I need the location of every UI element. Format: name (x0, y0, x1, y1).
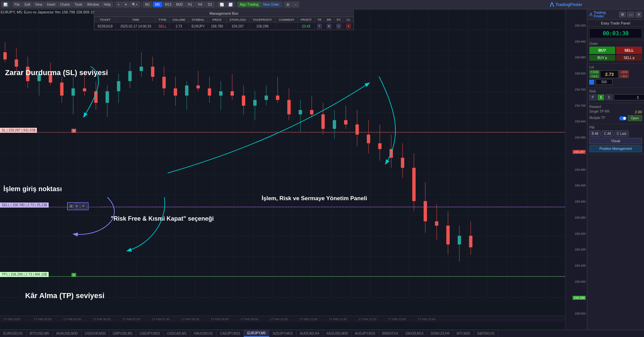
tf-m30[interactable]: M30 (174, 2, 184, 7)
trade-p-btn[interactable]: P (80, 204, 87, 209)
mutiple-tp-toggle[interactable] (619, 116, 627, 120)
zoom-in-btn[interactable]: 🔍+ (130, 2, 140, 7)
tp-x-btn[interactable]: X (71, 273, 76, 277)
indicators-btn[interactable]: 📉 (226, 2, 234, 7)
menu-help[interactable]: Help (102, 2, 113, 7)
line-btn[interactable]: 📈 (218, 2, 226, 7)
lot-inc-001[interactable]: + 0.01 (589, 70, 599, 74)
new-order-btn[interactable]: New Order (261, 2, 281, 7)
new-chart-btn[interactable]: + (116, 2, 122, 7)
tab-gbpusd-m1[interactable]: GBPUSD,M1 (109, 330, 136, 337)
risk-s-btn[interactable]: S (605, 95, 612, 100)
col-symbol: SYMBOL (189, 17, 208, 23)
tab-cadjpy-m15[interactable]: CADJPY,M15 (217, 330, 244, 337)
tab-usdchf-m30[interactable]: USDCHF,M30 (82, 330, 110, 337)
menu-window[interactable]: Window (85, 2, 101, 7)
lot-extra-input[interactable] (596, 79, 612, 85)
visual-btn[interactable]: Visual (589, 138, 642, 144)
cell-stoploss: 159.297 (226, 23, 249, 30)
col-cl: CL (344, 17, 354, 23)
risk-row: P $ S (589, 94, 642, 100)
crosshair-btn[interactable]: ✛ (122, 2, 129, 7)
price-tp-scale: 158.299 (573, 296, 586, 299)
menu-view[interactable]: View (33, 2, 44, 7)
scroll-btn[interactable]: ↔ (292, 2, 299, 7)
single-tp-label: Single TP RR (589, 110, 609, 113)
buy-btn[interactable]: BUY (589, 47, 615, 54)
risk-input[interactable] (614, 94, 644, 100)
tab-dowus-h4[interactable]: DOW.US,H4 (427, 330, 453, 337)
tab-wti-m30[interactable]: WTI,M30 (453, 330, 474, 337)
menu-edit[interactable]: Edit (22, 2, 32, 7)
chart-canvas[interactable] (0, 9, 565, 330)
tab-dax30-m15[interactable]: DAX30,M15 (402, 330, 427, 337)
tab-eurjpy-m5[interactable]: EURJPY,M5 (244, 330, 269, 337)
sell-btn[interactable]: SELL (616, 47, 642, 54)
menu-insert[interactable]: Insert (45, 2, 57, 7)
risk-p-btn[interactable]: P (589, 95, 596, 100)
cell-cl[interactable]: X (344, 23, 354, 30)
tf-logo-text: TradingFinder (555, 2, 582, 7)
reward-section: Reward Single TP RR 2.00 Mutiple TP Open (587, 103, 644, 124)
col-ticket: TICKET (95, 17, 116, 23)
b-all-btn[interactable]: B All (589, 130, 601, 137)
tab-audjpy-m15[interactable]: AUDJPY,M15 (352, 330, 379, 337)
tf-d1[interactable]: D1 (205, 2, 215, 7)
tab-btcusd-m5[interactable]: BTCUSD,M5 (26, 330, 53, 337)
tab-adausd-m30[interactable]: ADAUSD,M30 (53, 330, 82, 337)
lot-dec-001[interactable]: - 0.01 (619, 70, 629, 74)
risk-dollar-btn[interactable]: $ (598, 95, 604, 100)
menu-tools[interactable]: Tools (72, 2, 84, 7)
tab-xagusd-m30[interactable]: XAGUSD,M30 (323, 330, 352, 337)
zoom-fit-btn[interactable]: ⊞ (284, 2, 291, 7)
open-btn[interactable]: Open (628, 115, 642, 121)
tab-nzdjpy-m15[interactable]: NZDJPY,M15 (269, 330, 297, 337)
time-label-10: 17 Feb 11:00 (300, 318, 317, 321)
lot-checkbox[interactable] (589, 80, 594, 85)
mgmt-table: TICKET TIME TYPE VOLUME SYMBOL PRICE STO… (94, 17, 354, 30)
position-management-btn[interactable]: Position Management (589, 145, 642, 152)
pm-label: PM (589, 126, 642, 129)
panel-close-btn[interactable]: ✕ (636, 12, 642, 17)
tab-brent-h1[interactable]: BRENT,H1 (379, 330, 402, 337)
c-last-btn[interactable]: C Last (614, 130, 629, 137)
cell-tr[interactable]: T (315, 23, 324, 30)
panel-minimize-btn[interactable]: — (627, 12, 634, 17)
cell-br[interactable]: B (324, 23, 334, 30)
lot-input[interactable] (600, 70, 619, 78)
price-159460: 159.460 (575, 168, 586, 171)
panel-settings-btn[interactable]: ⚙ (619, 12, 626, 17)
tf-h4[interactable]: H4 (195, 2, 205, 7)
sell-p-btn[interactable]: SELL p (616, 55, 642, 61)
tf-m15[interactable]: M15 (163, 2, 173, 7)
tf-h1[interactable]: H1 (185, 2, 195, 7)
lot-inc-01[interactable]: + 0.1 (589, 74, 599, 78)
tf-m1[interactable]: M1 (143, 2, 152, 7)
c-all-btn[interactable]: C All (602, 130, 613, 137)
tab-usdjpy-m15[interactable]: USDJPY,M15 (136, 330, 163, 337)
tf-m5[interactable]: M5 (153, 2, 162, 7)
algo-trading-btn[interactable]: Algo Trading (237, 2, 260, 7)
tab-eurusd-h1[interactable]: EURUSD,H1 (0, 330, 26, 337)
cell-pc[interactable]: C (334, 23, 343, 30)
time-label-2: 17 Feb 05:40 (63, 318, 81, 321)
trade-b-btn[interactable]: B (74, 204, 80, 209)
chart-area[interactable]: EURJPY, M5: Euro vs Japanese Yen 158.798… (0, 9, 565, 330)
main-area: EURJPY, M5: Euro vs Japanese Yen 158.798… (0, 9, 644, 330)
tab-sp500-h1[interactable]: S&P500,H1 (474, 330, 498, 337)
menu-charts[interactable]: Charts (58, 2, 72, 7)
table-row: 92391618 2025.02.17 14:00:29 SELL 2.73 E… (95, 23, 354, 30)
menu-file[interactable]: File (12, 2, 22, 7)
buy-p-btn[interactable]: BUY p (589, 55, 615, 61)
order-label: Order (589, 42, 642, 46)
toolbar-icon[interactable]: 📊 (1, 2, 9, 7)
lot-dec-01[interactable]: - 0.1 (619, 74, 629, 78)
price-scale: 160.000 159.940 159.880 159.820 159.760 … (565, 9, 587, 330)
sl-x-btn[interactable]: X (71, 129, 76, 133)
trade-x-btn[interactable]: X (69, 204, 73, 208)
tab-audcad-h4[interactable]: AUDCAD,H4 (297, 330, 323, 337)
tab-usdcad-m1[interactable]: USDCAD,M1 (164, 330, 191, 337)
price-159100: 159.100 (575, 264, 586, 267)
tab-xauusd-h1[interactable]: XAUUSD,H1 (191, 330, 217, 337)
col-tr: TR (315, 17, 324, 23)
